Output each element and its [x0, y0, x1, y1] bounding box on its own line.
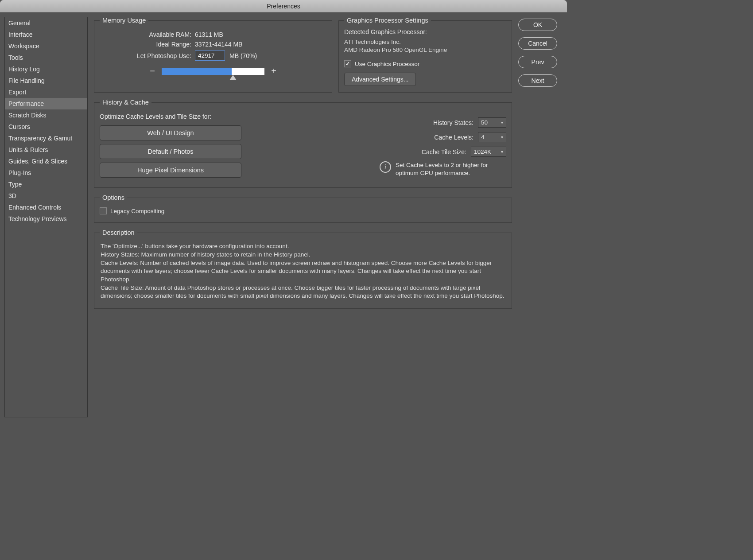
sidebar: GeneralInterfaceWorkspaceToolsHistory Lo… [4, 17, 88, 417]
optimize-intro: Optimize Cache Levels and Tile Size for: [100, 113, 250, 120]
cache-tile-size-label: Cache Tile Size: [422, 148, 466, 156]
detected-gpu-label: Detected Graphics Processor: [344, 28, 506, 35]
let-photoshop-use-label: Let Photoshop Use: [100, 52, 195, 59]
sidebar-item-enhanced-controls[interactable]: Enhanced Controls [5, 202, 87, 213]
available-ram-value: 61311 MB [195, 31, 223, 38]
available-ram-label: Available RAM: [100, 31, 195, 38]
dialog-buttons: OK Cancel Prev Next [518, 17, 563, 417]
sidebar-item-file-handling[interactable]: File Handling [5, 75, 87, 86]
ideal-range-label: Ideal Range: [100, 41, 195, 48]
chevron-down-icon: ▾ [501, 135, 503, 140]
prev-button[interactable]: Prev [518, 56, 557, 68]
sidebar-item-interface[interactable]: Interface [5, 29, 87, 40]
gpu-vendor: ATI Technologies Inc. [344, 38, 506, 46]
history-states-select[interactable]: 50 ▾ [478, 117, 506, 128]
memory-usage-legend: Memory Usage [100, 17, 148, 24]
cache-levels-value: 4 [481, 134, 485, 140]
memory-slider[interactable] [162, 68, 264, 75]
sidebar-item-scratch-disks[interactable]: Scratch Disks [5, 109, 87, 121]
options-legend: Options [100, 194, 127, 201]
top-row: Memory Usage Available RAM: 61311 MB Ide… [94, 17, 512, 93]
next-button[interactable]: Next [518, 74, 557, 87]
sidebar-item-export[interactable]: Export [5, 86, 87, 98]
memory-decrease-button[interactable]: − [148, 66, 156, 76]
ok-button[interactable]: OK [518, 19, 557, 31]
sidebar-item-cursors[interactable]: Cursors [5, 121, 87, 132]
description-body: The 'Optimize...' buttons take your hard… [100, 241, 506, 302]
description-legend: Description [100, 229, 137, 236]
preset-button-web-ui-design[interactable]: Web / UI Design [100, 125, 241, 140]
graphics-processor-legend: Graphics Processor Settings [344, 17, 431, 24]
sidebar-item-transparency-gamut[interactable]: Transparency & Gamut [5, 132, 87, 144]
window-body: GeneralInterfaceWorkspaceToolsHistory Lo… [0, 12, 567, 422]
chevron-down-icon: ▾ [501, 149, 503, 154]
window-title: Preferences [0, 0, 567, 12]
chevron-down-icon: ▾ [501, 120, 503, 125]
sidebar-item-technology-previews[interactable]: Technology Previews [5, 213, 87, 225]
options-group: Options Legacy Compositing [94, 194, 512, 223]
graphics-processor-group: Graphics Processor Settings Detected Gra… [338, 17, 512, 93]
sidebar-item-units-rulers[interactable]: Units & Rulers [5, 144, 87, 156]
preset-button-default-photos[interactable]: Default / Photos [100, 144, 241, 159]
main-panel: Memory Usage Available RAM: 61311 MB Ide… [94, 17, 512, 417]
legacy-compositing-label: Legacy Compositing [110, 208, 164, 214]
sidebar-item-workspace[interactable]: Workspace [5, 40, 87, 52]
memory-slider-thumb[interactable] [229, 75, 237, 80]
cache-tile-size-select[interactable]: 1024K ▾ [471, 147, 506, 157]
history-states-label: History States: [433, 119, 474, 126]
use-gpu-label: Use Graphics Processor [355, 61, 419, 67]
description-group: Description The 'Optimize...' buttons ta… [94, 229, 512, 308]
memory-increase-button[interactable]: + [270, 66, 278, 76]
let-photoshop-use-input[interactable] [195, 51, 225, 61]
sidebar-item-performance[interactable]: Performance [5, 98, 87, 109]
cache-levels-select[interactable]: 4 ▾ [478, 132, 506, 142]
cache-tile-size-value: 1024K [474, 148, 491, 155]
info-icon: i [380, 161, 391, 173]
cancel-button[interactable]: Cancel [518, 37, 557, 50]
history-cache-group: History & Cache Optimize Cache Levels an… [94, 99, 512, 188]
memory-usage-group: Memory Usage Available RAM: 61311 MB Ide… [94, 17, 332, 93]
use-gpu-checkbox[interactable] [344, 60, 351, 67]
sidebar-item-tools[interactable]: Tools [5, 52, 87, 63]
ideal-range-value: 33721-44144 MB [195, 41, 242, 48]
sidebar-item-guides-grid-slices[interactable]: Guides, Grid & Slices [5, 156, 87, 167]
gpu-device: AMD Radeon Pro 580 OpenGL Engine [344, 46, 506, 54]
history-states-value: 50 [481, 119, 488, 126]
sidebar-item-history-log[interactable]: History Log [5, 63, 87, 75]
preset-button-huge-pixel-dimensions[interactable]: Huge Pixel Dimensions [100, 163, 241, 178]
cache-levels-label: Cache Levels: [434, 134, 474, 141]
gpu-cache-info-text: Set Cache Levels to 2 or higher for opti… [396, 161, 506, 177]
sidebar-item-3d[interactable]: 3D [5, 190, 87, 202]
memory-slider-fill [162, 68, 232, 75]
let-photoshop-use-suffix: MB (70%) [229, 52, 257, 59]
sidebar-item-general[interactable]: General [5, 17, 87, 29]
legacy-compositing-checkbox[interactable] [100, 207, 107, 214]
sidebar-item-plug-ins[interactable]: Plug-Ins [5, 167, 87, 179]
advanced-settings-button[interactable]: Advanced Settings... [344, 73, 416, 86]
history-cache-legend: History & Cache [100, 99, 151, 106]
sidebar-item-type[interactable]: Type [5, 179, 87, 190]
